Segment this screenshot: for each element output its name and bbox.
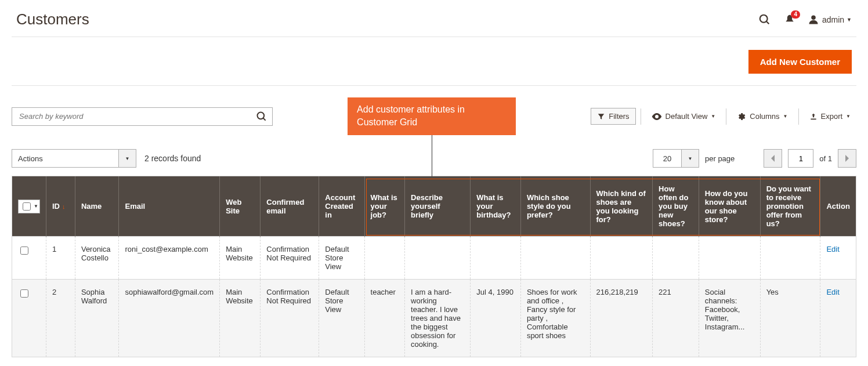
columns-label: Columns bbox=[750, 112, 779, 121]
per-page-label: per page bbox=[705, 154, 735, 163]
grid-header: ▼ ID↓ Name Email Web Site Confirmed emai… bbox=[12, 176, 856, 237]
chevron-down-icon: ▼ bbox=[118, 150, 136, 167]
cell-promo: Yes bbox=[760, 280, 820, 357]
next-page-button[interactable] bbox=[838, 149, 856, 168]
col-how-often[interactable]: How often do you buy new shoes? bbox=[653, 176, 699, 237]
divider bbox=[726, 108, 726, 125]
edit-link[interactable]: Edit bbox=[826, 288, 839, 296]
cell-created-in: Default Store View bbox=[319, 280, 364, 357]
col-how-know[interactable]: How do you know about our shoe store? bbox=[699, 176, 760, 237]
page-size-value: 20 bbox=[653, 154, 681, 163]
svg-point-2 bbox=[811, 15, 816, 20]
mass-actions-label: Actions bbox=[12, 154, 118, 163]
sort-arrow-icon: ↓ bbox=[62, 203, 66, 210]
cell-name: Veronica Costello bbox=[75, 237, 119, 280]
cell-id: 2 bbox=[46, 280, 75, 357]
current-page-input[interactable] bbox=[788, 149, 813, 168]
customer-grid: ▼ ID↓ Name Email Web Site Confirmed emai… bbox=[12, 176, 856, 357]
action-bar: Add New Customer bbox=[12, 37, 856, 86]
col-created-in[interactable]: Account Created in bbox=[319, 176, 364, 237]
total-pages-label: of 1 bbox=[819, 154, 832, 163]
cell-describe bbox=[405, 237, 471, 280]
add-new-customer-button[interactable]: Add New Customer bbox=[748, 50, 852, 74]
cell-birthday: Jul 4, 1990 bbox=[471, 280, 521, 357]
account-username: admin bbox=[822, 15, 844, 24]
search-box[interactable] bbox=[12, 107, 273, 126]
svg-line-1 bbox=[766, 21, 769, 24]
pagination: 20 ▼ per page of 1 bbox=[653, 149, 856, 168]
cell-shoe-style: Shoes for work and office , Fancy style … bbox=[520, 280, 590, 357]
cell-job: teacher bbox=[364, 280, 405, 357]
page-header: Customers 4 admin ▼ bbox=[12, 0, 856, 37]
grid-toolbar: Add customer attributes in Customer Grid… bbox=[12, 86, 856, 140]
svg-point-0 bbox=[760, 15, 768, 22]
mass-actions-dropdown[interactable]: Actions ▼ bbox=[12, 149, 136, 168]
chevron-down-icon: ▼ bbox=[847, 17, 852, 23]
cell-confirmed: Confirmation Not Required bbox=[261, 237, 319, 280]
cell-email: sophiawalford@gmail.com bbox=[119, 280, 220, 357]
svg-line-4 bbox=[263, 118, 266, 120]
cell-how-often bbox=[653, 237, 699, 280]
export-label: Export bbox=[821, 112, 843, 121]
cell-describe: I am a hard-working teacher. I love tree… bbox=[405, 280, 471, 357]
row-checkbox[interactable] bbox=[20, 247, 28, 255]
callout-tooltip: Add customer attributes in Customer Grid bbox=[348, 97, 516, 135]
search-icon[interactable] bbox=[758, 13, 771, 26]
col-email[interactable]: Email bbox=[119, 176, 220, 237]
grid-body: 1 Veronica Costello roni_cost@example.co… bbox=[12, 237, 856, 357]
chevron-down-icon: ▼ bbox=[783, 114, 788, 119]
edit-link[interactable]: Edit bbox=[826, 245, 839, 253]
search-input[interactable] bbox=[18, 111, 256, 121]
cell-email: roni_cost@example.com bbox=[119, 237, 220, 280]
table-row: 2 Sophia Walford sophiawalford@gmail.com… bbox=[12, 280, 856, 357]
cell-created-in: Default Store View bbox=[319, 237, 364, 280]
chevron-down-icon: ▼ bbox=[846, 114, 851, 119]
cell-promo bbox=[760, 237, 820, 280]
row-checkbox[interactable] bbox=[20, 289, 28, 298]
svg-point-3 bbox=[258, 112, 265, 119]
page-size-select[interactable]: 20 ▼ bbox=[653, 149, 699, 168]
col-action: Action bbox=[820, 176, 856, 237]
col-shoe-kind[interactable]: Which kind of shoes are you looking for? bbox=[590, 176, 653, 237]
default-view-label: Default View bbox=[666, 112, 708, 121]
cell-shoe-style bbox=[520, 237, 590, 280]
col-birthday[interactable]: What is your birthday? bbox=[471, 176, 521, 237]
col-promo[interactable]: Do you want to receive promotion offer f… bbox=[760, 176, 820, 237]
export-button[interactable]: Export ▼ bbox=[804, 108, 857, 124]
divider bbox=[798, 108, 799, 125]
cell-id: 1 bbox=[46, 237, 75, 280]
cell-how-know: Social channels: Facebook, Twitter, Inst… bbox=[699, 280, 760, 357]
columns-button[interactable]: Columns ▼ bbox=[731, 108, 793, 125]
cell-website: Main Website bbox=[220, 280, 261, 357]
divider bbox=[641, 108, 641, 125]
grid-toolbar-secondary: Actions ▼ 2 records found 20 ▼ per page … bbox=[12, 140, 856, 176]
select-all-checkbox[interactable]: ▼ bbox=[18, 200, 40, 213]
records-found: 2 records found bbox=[144, 154, 201, 163]
cell-how-know bbox=[699, 237, 760, 280]
cell-website: Main Website bbox=[220, 237, 261, 280]
col-website[interactable]: Web Site bbox=[220, 176, 261, 237]
search-submit-icon[interactable] bbox=[256, 111, 267, 122]
col-describe[interactable]: Describe yourself briefly bbox=[405, 176, 471, 237]
chevron-down-icon: ▼ bbox=[711, 114, 715, 119]
header-actions: 4 admin ▼ bbox=[758, 13, 852, 26]
notifications-badge: 4 bbox=[791, 10, 800, 19]
chevron-down-icon: ▼ bbox=[681, 150, 699, 167]
default-view-button[interactable]: Default View ▼ bbox=[646, 108, 722, 124]
cell-name: Sophia Walford bbox=[75, 280, 119, 357]
cell-confirmed: Confirmation Not Required bbox=[261, 280, 319, 357]
cell-birthday bbox=[471, 237, 521, 280]
col-name[interactable]: Name bbox=[75, 176, 119, 237]
filters-button[interactable]: Filters bbox=[591, 108, 635, 125]
prev-page-button[interactable] bbox=[764, 149, 782, 168]
notifications-icon[interactable]: 4 bbox=[784, 14, 795, 26]
col-confirmed[interactable]: Confirmed email bbox=[261, 176, 319, 237]
col-shoe-style[interactable]: Which shoe style do you prefer? bbox=[520, 176, 590, 237]
filters-label: Filters bbox=[609, 112, 629, 121]
page-title: Customers bbox=[16, 10, 758, 28]
cell-shoe-kind: 216,218,219 bbox=[590, 280, 653, 357]
col-id[interactable]: ID↓ bbox=[46, 176, 75, 237]
col-job[interactable]: What is your job? bbox=[364, 176, 405, 237]
cell-shoe-kind bbox=[590, 237, 653, 280]
account-menu[interactable]: admin ▼ bbox=[808, 15, 852, 25]
